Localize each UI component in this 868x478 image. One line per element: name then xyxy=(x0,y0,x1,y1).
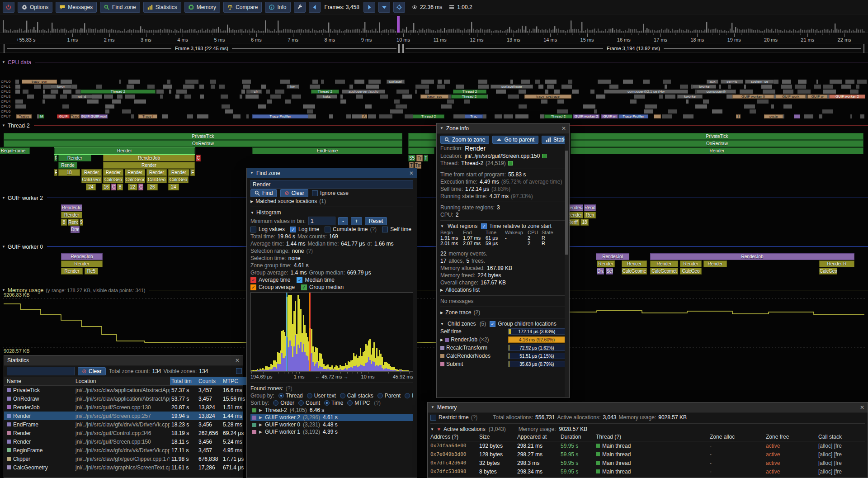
stats-option-checkbox[interactable] xyxy=(236,368,242,374)
mem-col-address-[interactable]: Address (?) xyxy=(430,434,477,440)
mem-col-thread-[interactable]: Thread (?) xyxy=(596,434,708,440)
cpu-zone[interactable]: Thread-2 xyxy=(451,95,487,99)
histogram-header[interactable]: ▼Histogram xyxy=(250,209,413,216)
cumulate-time-checkbox[interactable]: Cumulate time(?) xyxy=(325,226,377,232)
timeline-zone[interactable]: Render xyxy=(680,260,702,267)
sort-by-mtpc[interactable]: MTPC xyxy=(347,400,370,406)
frame-zoom-button[interactable] xyxy=(378,2,390,13)
frame-span[interactable]: Frame 3,194 (13.92 ms) xyxy=(402,44,864,53)
cpu-zone[interactable] xyxy=(654,114,661,118)
zone-trace-header[interactable]: ▶Zone trace(2) xyxy=(440,309,566,316)
allocation-row[interactable]: 0x7dfc53d8988 bytes298.34 ms59.95 sMain … xyxy=(430,467,865,476)
cpu-zone[interactable]: GUIF work xyxy=(776,95,806,99)
zoom-to-zone-button[interactable]: Zoom to zone xyxy=(440,136,489,144)
prev-frame-button[interactable] xyxy=(309,2,321,13)
timeline-zone[interactable]: 16 xyxy=(102,184,110,190)
mem-col-duration[interactable]: Duration xyxy=(561,434,594,440)
child-zones-header[interactable]: ▼Child zones(5)✓Group children locations xyxy=(440,320,566,327)
cpu-zone[interactable]: GUIF worker 2 xyxy=(829,95,865,99)
frame-overview-strip[interactable] xyxy=(0,15,868,33)
tools-button[interactable] xyxy=(294,2,306,13)
find-zone-search-input[interactable] xyxy=(250,180,413,189)
find-zone-histogram[interactable] xyxy=(250,292,413,372)
timeline-zone[interactable]: F xyxy=(54,169,57,176)
close-icon[interactable]: ✕ xyxy=(409,170,414,176)
cpu-zone[interactable]: rot_d xyxy=(71,95,92,99)
cpu-zone[interactable]: GUIF xyxy=(57,114,70,118)
timeline-zone[interactable]: Render xyxy=(103,169,123,176)
group-median-checkbox[interactable]: ✓Group median xyxy=(301,284,344,290)
cpu-zone[interactable]: A xyxy=(362,114,367,118)
timeline-zone[interactable]: 26 xyxy=(147,184,158,190)
mem-col-size[interactable]: Size xyxy=(479,434,515,440)
checkbox-box[interactable]: ✓ xyxy=(290,227,296,232)
timeline-zone[interactable]: R xyxy=(54,155,57,161)
cpu-zone[interactable]: GUIF worker 0 xyxy=(732,95,774,99)
group-by-call-stacks[interactable]: Call stacks xyxy=(340,393,373,399)
find-zone-button[interactable]: Find zone xyxy=(100,2,140,13)
cpu-zone[interactable]: tracy_systrace xyxy=(524,95,571,99)
find-button[interactable]: Find xyxy=(250,189,277,197)
stats-row[interactable]: OnRedrawjni/../jni/src/claw/application/… xyxy=(4,394,243,403)
allocations-list-header[interactable]: ▶Allocations list xyxy=(440,286,566,293)
cpu-zone[interactable]: Thread-2 xyxy=(413,114,444,118)
sort-by-order[interactable]: Order xyxy=(273,400,294,406)
collapse-icon[interactable]: ▼ xyxy=(2,196,5,200)
checkbox-box[interactable]: ✓ xyxy=(297,277,302,283)
timeline-zone[interactable]: Draw xyxy=(71,226,80,233)
statistics-titlebar[interactable]: Statistics ✕ xyxy=(4,355,243,365)
timeline-zone[interactable]: C xyxy=(111,184,116,190)
timeline-zone[interactable]: CalcGeo xyxy=(103,176,123,183)
timeline-zone[interactable]: CalcGeor xyxy=(125,176,145,183)
timeline-zone[interactable]: Ren xyxy=(584,212,596,218)
found-zone-group[interactable]: ▶GUIF worker 2(3,296)4.61 s xyxy=(250,414,413,421)
cpu-zone[interactable]: I xyxy=(736,114,741,118)
collapse-icon[interactable]: ▼ xyxy=(2,288,5,292)
timeline-zone[interactable]: RenderJol xyxy=(596,253,629,260)
group-children-checkbox[interactable]: ✓Group children locations xyxy=(490,321,556,327)
cpu-zone[interactable]: Tracy Profiler xyxy=(618,114,648,118)
checkbox-box[interactable] xyxy=(312,190,318,196)
cpu-data-header[interactable]: ▼ CPU data xyxy=(2,59,868,66)
find-zone-titlebar[interactable]: ▼ Find zone ✕ xyxy=(247,168,417,178)
power-button[interactable] xyxy=(3,2,14,13)
group-average-checkbox[interactable]: ✓Group average xyxy=(250,284,295,290)
child-zone-row[interactable]: ▶RenderJob(×2)4.16 ms (92.60%) xyxy=(440,336,566,344)
stats-row[interactable]: CalcGeometryjni/../jni/src/claw/graphics… xyxy=(4,463,243,472)
reset-button[interactable]: Reset xyxy=(365,217,387,225)
timeline-zone[interactable]: CalcGeome xyxy=(622,268,647,274)
close-icon[interactable]: ✕ xyxy=(561,125,566,132)
cpu-zone[interactable]: audioserver /audio xyxy=(342,90,385,94)
close-icon[interactable]: ✕ xyxy=(860,404,864,411)
timeline-zone[interactable]: PrivateTick xyxy=(4,133,402,140)
child-zone-row[interactable]: Self time172.14 μs (3.83%) xyxy=(440,327,566,336)
cpu-zone[interactable]: surfacefinger xyxy=(491,85,533,89)
min-bin-input[interactable] xyxy=(308,217,335,225)
timeline-zone[interactable]: 8 xyxy=(117,184,123,190)
cpu-zone[interactable]: cfr xyxy=(250,90,262,94)
timeline-zone[interactable]: Render xyxy=(61,260,103,267)
stats-row[interactable]: Renderjni/../jni/src/guif/Screen.cpp:257… xyxy=(4,412,243,420)
average-time-checkbox[interactable]: ✓Average time xyxy=(250,277,290,283)
timeline-zone[interactable]: 18 xyxy=(580,219,589,226)
thread-header-guif-worker-0[interactable]: ▼GUIF worker 0 xyxy=(2,243,868,250)
ignore-case-checkbox[interactable]: Ignore case xyxy=(312,190,349,196)
stats-row[interactable]: Clipperjni/../jni/src/claw/gfx/geo/Clipp… xyxy=(4,454,243,463)
timeline-zone[interactable]: Tr xyxy=(416,155,423,161)
log-time-checkbox[interactable]: ✓Log time xyxy=(290,226,319,232)
mem-col-zone-alloc[interactable]: Zone alloc xyxy=(710,434,764,440)
stats-col-location[interactable]: Location xyxy=(75,378,170,384)
cpu-zone[interactable]: kwor xyxy=(51,85,71,89)
timeline-zone[interactable]: CalcGeor xyxy=(81,176,102,183)
cpu-zone[interactable]: Thread-2 xyxy=(311,90,339,94)
timeline-zone[interactable]: Render xyxy=(597,260,615,267)
timeline-zone[interactable]: Sef xyxy=(606,268,613,274)
timeline-zone[interactable] xyxy=(408,147,434,154)
timeline-zone[interactable]: Dra xyxy=(597,268,604,274)
timeline-zone[interactable]: Render xyxy=(650,260,678,267)
timeline-zone[interactable]: Render xyxy=(54,147,195,154)
active-allocations-header[interactable]: ▼♥Active allocations(3,043)Memory usage:… xyxy=(430,426,865,433)
cpu-zone[interactable]: Thread-2 xyxy=(80,90,156,94)
cpu-zone[interactable]: tracy_syn xyxy=(22,80,57,84)
child-zone-row[interactable]: CalcRenderNodes51.51 μs (1.15%) xyxy=(440,352,566,360)
